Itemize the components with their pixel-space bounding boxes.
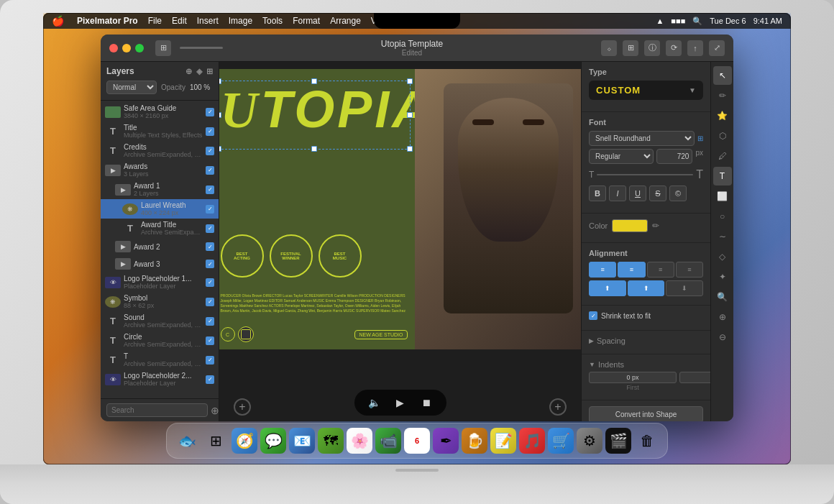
align-top-btn[interactable]: ⬆ — [589, 280, 626, 296]
align-left-btn[interactable]: ≡ — [589, 262, 616, 278]
layers-add-btn[interactable]: ⊕ — [211, 405, 219, 416]
layer-check-14[interactable]: ✓ — [206, 375, 214, 384]
layer-check-0[interactable]: ✓ — [206, 108, 214, 116]
dock-finder[interactable]: 🐟 — [174, 428, 200, 454]
layer-check-10[interactable]: ✓ — [206, 298, 214, 306]
dock-calendar[interactable]: 6 — [404, 428, 430, 454]
minimize-button[interactable] — [122, 44, 131, 52]
tool-zoom-out[interactable]: ⊖ — [713, 328, 732, 347]
menu-app[interactable]: Pixelmator Pro — [77, 16, 138, 26]
layer-check-12[interactable]: ✓ — [206, 336, 214, 345]
timeline-slider[interactable] — [180, 47, 223, 49]
maximize-button[interactable] — [135, 44, 144, 52]
layers-icon3[interactable]: ⊞ — [206, 67, 213, 76]
dock-notes[interactable]: 📝 — [490, 428, 516, 454]
align-middle-btn[interactable]: ⬆ — [628, 280, 665, 296]
layer-item-0[interactable]: Safe Area Guide3840 × 2160 px✓ — [101, 102, 219, 122]
layer-check-6[interactable]: ✓ — [206, 224, 214, 233]
dock-messages[interactable]: 💬 — [260, 428, 286, 454]
dock-mail[interactable]: 📧 — [289, 428, 315, 454]
bold-btn[interactable]: B — [589, 185, 606, 201]
strikethrough-btn[interactable]: S — [649, 185, 666, 201]
menu-file[interactable]: File — [148, 16, 162, 26]
preset-dropdown[interactable]: CUSTOM ▼ — [589, 81, 703, 100]
italic-btn[interactable]: I — [609, 185, 626, 201]
tool-wave[interactable]: ∼ — [713, 227, 732, 246]
fullscreen-btn[interactable]: ⤢ — [709, 40, 725, 56]
layer-item-4[interactable]: ▶Award 12 Layers✓ — [101, 180, 219, 199]
align-bottom-btn[interactable]: ⬇ — [666, 280, 703, 296]
spacing-header[interactable]: ▶ Spacing — [589, 336, 703, 345]
layers-icon1[interactable]: ⊕ — [185, 67, 192, 76]
layer-item-7[interactable]: ▶Award 2✓ — [101, 238, 219, 255]
layer-check-7[interactable]: ✓ — [206, 242, 214, 251]
layer-check-5[interactable]: ✓ — [206, 205, 214, 214]
layer-item-14[interactable]: 👁Logo Placeholder 2...Placeholder Layer✓ — [101, 370, 219, 389]
layer-item-10[interactable]: ❋Symbol88 × 62 px✓ — [101, 292, 219, 311]
grid-btn[interactable]: ⊞ — [623, 40, 638, 56]
tool-rect[interactable]: ⬜ — [713, 187, 732, 206]
shrink-checkbox[interactable]: ✓ — [589, 311, 597, 320]
layers-icon2[interactable]: ◈ — [196, 67, 202, 76]
tool-select[interactable]: ↖ — [713, 66, 732, 85]
canvas-add-left-btn[interactable]: + — [234, 398, 251, 416]
indent-first-input[interactable] — [589, 372, 677, 383]
tool-pen[interactable]: ✏ — [713, 86, 732, 105]
layer-item-11[interactable]: TSoundArchive SemiExpanded, Ext...✓ — [101, 311, 219, 331]
dock-settings[interactable]: ⚙ — [577, 428, 602, 454]
indents-header[interactable]: ▼ Indents — [589, 360, 703, 369]
dock-homebrew[interactable]: 🍺 — [462, 428, 487, 454]
layer-item-12[interactable]: TCircleArchive SemiExpanded, Ext...✓ — [101, 331, 219, 350]
menu-image[interactable]: Image — [229, 16, 252, 26]
dock-trash[interactable]: 🗑 — [634, 428, 660, 454]
menubar-search[interactable]: 🔍 — [692, 17, 702, 26]
layers-search[interactable] — [106, 403, 208, 417]
layer-item-13[interactable]: TTArchive SemiExpanded, Ext...✓ — [101, 350, 219, 370]
apple-menu[interactable]: 🍎 — [52, 15, 64, 27]
font-style-select[interactable]: Regular — [589, 149, 654, 164]
history-btn[interactable]: ⟳ — [666, 40, 682, 56]
tool-text[interactable]: T — [713, 167, 732, 185]
layer-check-9[interactable]: ✓ — [206, 278, 214, 287]
color-swatch[interactable] — [612, 219, 648, 232]
dock-safari[interactable]: 🧭 — [232, 428, 257, 454]
dock-maps[interactable]: 🗺 — [318, 428, 344, 454]
layer-item-6[interactable]: TAward TitleArchive SemiExpanded...✓ — [101, 219, 219, 238]
share-btn[interactable]: ⬦ — [601, 40, 617, 56]
layer-check-2[interactable]: ✓ — [206, 147, 214, 155]
tool-zoom[interactable]: 🔍 — [713, 288, 732, 306]
play-btn[interactable]: ▶ — [392, 394, 409, 411]
info-btn[interactable]: ⓘ — [644, 40, 660, 56]
menu-format[interactable]: Format — [293, 16, 320, 26]
layer-check-11[interactable]: ✓ — [206, 317, 214, 326]
tool-brush[interactable]: 🖊 — [713, 147, 732, 165]
layer-item-2[interactable]: TCreditsArchive SemiExpanded, Multi...✓ — [101, 141, 219, 160]
layer-check-8[interactable]: ✓ — [206, 260, 214, 268]
layer-item-5[interactable]: ❋Laurel Wreath400 × 224 px✓ — [101, 199, 219, 219]
special-btn[interactable]: © — [669, 185, 687, 201]
window-mode-btn[interactable]: ⊞ — [155, 40, 171, 56]
tool-shape[interactable]: ⭐ — [713, 106, 732, 125]
menu-insert[interactable]: Insert — [197, 16, 219, 26]
canvas-area[interactable]: UTOPIA — [219, 62, 581, 421]
indent-left-input[interactable] — [679, 372, 710, 383]
menu-edit[interactable]: Edit — [172, 16, 187, 26]
stop-btn[interactable]: ⏹ — [418, 394, 435, 411]
dock-music[interactable]: 🎵 — [519, 428, 545, 454]
align-right-btn[interactable]: ≡ — [647, 262, 674, 278]
align-justify-btn[interactable]: ≡ — [676, 262, 703, 278]
dock-pixelmator[interactable]: ✒ — [433, 428, 459, 454]
canvas-add-right-btn[interactable]: + — [549, 398, 567, 416]
font-name-select[interactable]: Snell Roundhand — [589, 131, 695, 146]
dock-appstore[interactable]: 🛒 — [548, 428, 574, 454]
tool-effects[interactable]: ✦ — [713, 267, 732, 286]
dock-launchpad[interactable]: ⊞ — [203, 428, 229, 454]
tool-hex[interactable]: ⬡ — [713, 127, 732, 145]
dock-iina[interactable]: 🎬 — [605, 428, 631, 454]
tool-zoom-in[interactable]: ⊕ — [713, 308, 732, 326]
underline-btn[interactable]: U — [629, 185, 646, 201]
align-center-btn[interactable]: ≡ — [618, 262, 645, 278]
layer-check-3[interactable]: ✓ — [206, 166, 214, 175]
layer-check-13[interactable]: ✓ — [206, 356, 214, 365]
volume-btn[interactable]: 🔈 — [366, 394, 383, 411]
